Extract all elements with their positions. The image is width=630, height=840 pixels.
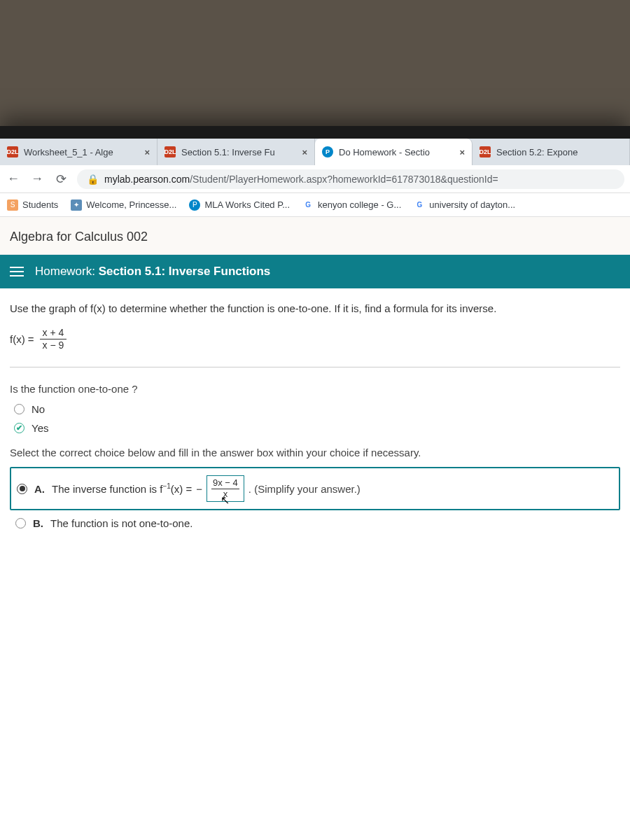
problem-instruction: Use the graph of f(x) to determine wheth… <box>10 302 620 314</box>
tab-do-homework[interactable]: P Do Homework - Sectio × <box>315 139 472 165</box>
answer-numerator: 9x − 4 <box>211 478 239 489</box>
option-a[interactable]: A. The inverse function is f−1(x) = − 9x… <box>10 467 620 511</box>
bookmark-kenyon[interactable]: G kenyon college - G... <box>302 200 401 211</box>
numerator: x + 4 <box>40 327 67 340</box>
reload-button[interactable]: ⟳ <box>53 172 69 187</box>
tab-strip: D2L Worksheet_5_1 - Alge × D2L Section 5… <box>0 139 630 165</box>
radio-checked-icon: ✔ <box>14 423 24 433</box>
bookmark-label: Students <box>22 200 58 210</box>
option-text: The function is not one-to-one. <box>50 517 192 529</box>
tab-worksheet[interactable]: D2L Worksheet_5_1 - Alge × <box>0 139 158 165</box>
close-icon[interactable]: × <box>302 147 307 158</box>
bookmark-students[interactable]: S Students <box>7 200 58 211</box>
fx-left: f(x) = <box>10 333 34 345</box>
pearson-icon: P <box>189 200 200 211</box>
lock-icon: 🔒 <box>87 174 99 185</box>
d2l-icon: D2L <box>479 146 491 158</box>
close-icon[interactable]: × <box>144 147 150 158</box>
course-title: Algebra for Calculus 002 <box>0 217 630 255</box>
cursor-icon: ↖ <box>220 494 230 507</box>
hw-prefix: Homework: <box>35 265 95 278</box>
tab-section52[interactable]: D2L Section 5.2: Expone <box>472 139 630 165</box>
pearson-icon: P <box>322 146 333 158</box>
fraction: x + 4 x − 9 <box>40 327 67 351</box>
bookmark-label: MLA Works Cited P... <box>204 200 290 210</box>
forward-button[interactable]: → <box>29 172 45 186</box>
d2l-icon: D2L <box>164 146 176 158</box>
hw-title: Section 5.1: Inverse Functions <box>99 265 271 278</box>
url-path: /Student/PlayerHomework.aspx?homeworkId=… <box>190 174 498 185</box>
menu-icon[interactable] <box>10 267 24 276</box>
tab-label: Do Homework - Sectio <box>339 147 430 158</box>
bookmark-label: university of dayton... <box>429 200 515 210</box>
bookmark-dayton[interactable]: G university of dayton... <box>414 200 515 211</box>
question-one-to-one: Is the function one-to-one ? <box>10 383 620 395</box>
back-button[interactable]: ← <box>6 172 21 186</box>
url-domain: mylab.pearson.com <box>104 174 190 185</box>
q1-options: No ✔ Yes <box>14 403 620 434</box>
bookmark-label: kenyon college - G... <box>318 200 401 210</box>
browser-toolbar: ← → ⟳ 🔒 mylab.pearson.com/Student/Player… <box>0 165 630 193</box>
address-bar[interactable]: 🔒 mylab.pearson.com/Student/PlayerHomewo… <box>77 169 624 189</box>
minus-sign: − <box>196 483 202 495</box>
close-icon[interactable]: × <box>459 147 465 158</box>
google-icon: G <box>414 200 425 211</box>
problem-body: Use the graph of f(x) to determine wheth… <box>0 288 630 543</box>
option-letter: A. <box>34 483 45 495</box>
option-no[interactable]: No <box>14 403 620 415</box>
option-yes[interactable]: ✔ Yes <box>14 422 620 434</box>
function-definition: f(x) = x + 4 x − 9 <box>10 327 620 351</box>
radio-selected-icon <box>17 484 27 494</box>
google-icon: G <box>302 200 314 211</box>
tab-label: Section 5.2: Expone <box>496 147 578 158</box>
tab-section51[interactable]: D2L Section 5.1: Inverse Fu × <box>158 139 315 165</box>
bookmark-label: Welcome, Princesse... <box>86 200 176 210</box>
option-label: No <box>31 403 45 415</box>
divider <box>10 367 620 368</box>
inverse-text-before: The inverse function is f <box>52 483 162 495</box>
bookmark-icon: S <box>7 200 18 211</box>
tab-label: Worksheet_5_1 - Alge <box>24 147 113 158</box>
tab-label: Section 5.1: Inverse Fu <box>181 147 275 158</box>
simplify-hint: . (Simplify your answer.) <box>248 483 360 495</box>
bookmarks-bar: S Students ✦ Welcome, Princesse... P MLA… <box>0 193 630 217</box>
browser-window: D2L Worksheet_5_1 - Alge × D2L Section 5… <box>0 126 630 840</box>
option-letter: B. <box>33 517 43 529</box>
bookmark-icon: ✦ <box>71 200 82 211</box>
homework-header: Homework: Section 5.1: Inverse Functions <box>0 255 630 288</box>
bookmark-welcome[interactable]: ✦ Welcome, Princesse... <box>71 200 176 211</box>
answer-line: The inverse function is f−1(x) = − 9x − … <box>52 475 360 503</box>
denominator: x − 9 <box>40 340 67 351</box>
inverse-text-after: (x) = <box>171 483 192 495</box>
option-label: Yes <box>31 422 48 434</box>
d2l-icon: D2L <box>7 146 18 158</box>
instruction-mc: Select the correct choice below and fill… <box>10 447 620 458</box>
bookmark-mla[interactable]: P MLA Works Cited P... <box>189 200 290 211</box>
radio-unchecked-icon <box>15 518 26 528</box>
radio-unchecked-icon <box>14 404 24 414</box>
option-b[interactable]: B. The function is not one-to-one. <box>10 510 620 536</box>
answer-input-box[interactable]: 9x − 4 x ↖ <box>206 475 244 503</box>
exponent: −1 <box>162 482 170 490</box>
